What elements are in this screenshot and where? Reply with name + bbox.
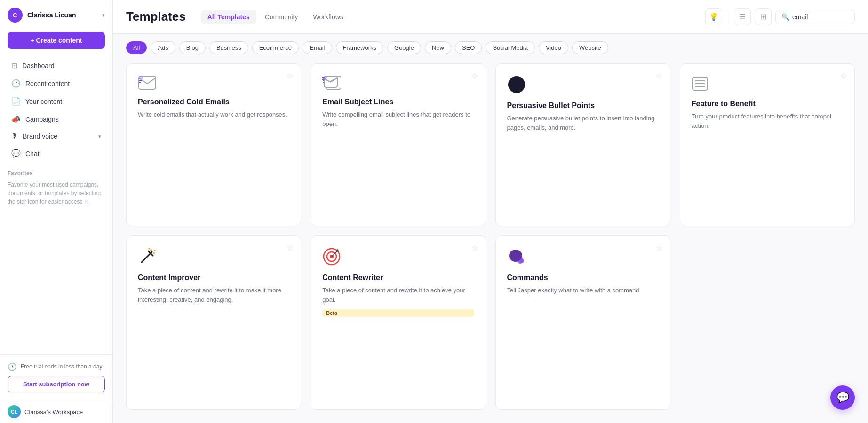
create-content-button[interactable]: + Create content (8, 32, 105, 49)
sidebar-item-dashboard[interactable]: ⊡ Dashboard (4, 57, 109, 74)
filter-social-media[interactable]: Social Media (486, 41, 534, 54)
star-icon[interactable]: ☆ (656, 243, 662, 252)
card-persuasive-bullet-points[interactable]: ☆ Persuasive Bullet Points Generate pers… (495, 63, 670, 226)
card-desc: Take a piece of content and rewrite it t… (138, 286, 289, 305)
your-content-label: Your content (25, 98, 62, 105)
subscribe-button[interactable]: Start subscription now (8, 376, 105, 392)
tab-workflows[interactable]: Workflows (306, 10, 350, 24)
workspace-avatar: CL (8, 405, 21, 418)
svg-point-11 (508, 76, 525, 93)
card-icon-wand (138, 247, 289, 266)
brand-voice-chevron-icon: ▾ (98, 133, 101, 140)
star-icon[interactable]: ☆ (287, 71, 293, 80)
search-icon: 🔍 (781, 13, 789, 21)
card-email-subject-lines[interactable]: ☆ Email Subject Lines Write compelling e… (311, 63, 486, 226)
filter-frameworks[interactable]: Frameworks (336, 41, 384, 54)
search-box[interactable]: 🔍 (775, 10, 855, 24)
dashboard-icon: ⊡ (11, 61, 17, 70)
filter-ads[interactable]: Ads (151, 41, 175, 54)
card-icon-target (322, 247, 474, 266)
card-title: Commands (507, 274, 659, 282)
filter-business[interactable]: Business (209, 41, 248, 54)
svg-point-21 (154, 250, 156, 251)
sidebar-item-brand-voice[interactable]: 🎙 Brand voice ▾ (4, 128, 109, 144)
user-avatar: C (8, 8, 23, 23)
document-icon: 📄 (11, 97, 21, 106)
chat-fab-icon: 💬 (836, 392, 849, 404)
card-icon-list (692, 75, 843, 92)
trial-clock-icon: 🕐 (8, 362, 17, 371)
favorites-hint: Favorite your most used campaigns, docum… (8, 180, 105, 206)
main-content: Templates All Templates Community Workfl… (113, 0, 868, 423)
grid-view-icon: ⊞ (760, 12, 766, 21)
filter-google[interactable]: Google (387, 41, 421, 54)
trial-info: 🕐 Free trial ends in less than a day (8, 362, 105, 371)
lightbulb-button[interactable]: 💡 (705, 8, 722, 25)
card-title: Feature to Benefit (692, 100, 843, 108)
star-icon[interactable]: ☆ (840, 71, 847, 80)
filter-video[interactable]: Video (539, 41, 568, 54)
dashboard-label: Dashboard (22, 62, 55, 70)
star-icon[interactable]: ☆ (471, 243, 478, 252)
sidebar-item-campaigns[interactable]: 📣 Campaigns (4, 110, 109, 128)
filter-seo[interactable]: SEO (455, 41, 482, 54)
svg-point-19 (153, 252, 155, 254)
cards-grid: ☆ Personalized Cold Emails Write cold em… (113, 60, 868, 423)
card-title: Email Subject Lines (322, 98, 474, 106)
card-desc: Turn your product features into benefits… (692, 112, 843, 131)
card-icon-chat (507, 247, 659, 266)
grid-view-button[interactable]: ⊞ (755, 8, 772, 25)
sidebar-item-your-content[interactable]: 📄 Your content (4, 93, 109, 110)
filter-new[interactable]: New (425, 41, 451, 54)
list-view-button[interactable]: ☰ (734, 8, 751, 25)
page-title: Templates (126, 9, 186, 24)
username-label: Clarissa Licuan (27, 11, 97, 19)
star-icon[interactable]: ☆ (656, 71, 662, 80)
chat-icon: 💬 (11, 149, 21, 158)
card-title: Content Rewriter (322, 274, 474, 282)
user-menu-trigger[interactable]: C Clarissa Licuan ▾ (0, 0, 112, 28)
card-desc: Take a piece of content and rewrite it t… (322, 286, 474, 305)
tab-community[interactable]: Community (258, 10, 305, 24)
list-view-icon: ☰ (739, 12, 746, 21)
card-title: Personalized Cold Emails (138, 98, 289, 106)
chat-fab-button[interactable]: 💬 (830, 385, 855, 410)
search-input[interactable] (792, 13, 849, 21)
filter-blog[interactable]: Blog (179, 41, 206, 54)
sidebar-footer: 🕐 Free trial ends in less than a day Sta… (0, 354, 112, 400)
svg-line-25 (334, 251, 337, 254)
svg-point-18 (150, 249, 152, 251)
trial-text: Free trial ends in less than a day (21, 363, 102, 371)
card-content-rewriter[interactable]: ☆ Content Rewriter Take a piece of conte… (311, 235, 486, 410)
sidebar-item-chat[interactable]: 💬 Chat (4, 145, 109, 162)
filter-ecommerce[interactable]: Ecommerce (252, 41, 299, 54)
filter-bar: All Ads Blog Business Ecommerce Email Fr… (113, 34, 868, 60)
svg-point-30 (520, 259, 524, 263)
star-icon[interactable]: ☆ (471, 71, 478, 80)
card-commands[interactable]: ☆ Commands Tell Jasper exactly what to w… (495, 235, 670, 410)
sidebar-item-recent-content[interactable]: 🕐 Recent content (4, 75, 109, 92)
chat-label: Chat (25, 150, 40, 157)
campaigns-label: Campaigns (25, 116, 59, 123)
tab-all-templates[interactable]: All Templates (201, 10, 256, 24)
brand-voice-label: Brand voice (23, 133, 57, 140)
favorites-title: Favorites (8, 170, 105, 177)
header-tabs: All Templates Community Workflows (201, 10, 705, 24)
star-icon[interactable]: ☆ (287, 243, 293, 252)
svg-point-20 (149, 248, 150, 249)
card-desc: Generate persuasive bullet points to ins… (507, 114, 659, 133)
card-feature-to-benefit[interactable]: ☆ Feature to Benefit Turn your product f… (680, 63, 855, 226)
card-icon-email (138, 75, 289, 90)
workspace-row[interactable]: CL Clarissa's Workspace (0, 400, 112, 423)
card-personalized-cold-emails[interactable]: ☆ Personalized Cold Emails Write cold em… (126, 63, 301, 226)
filter-website[interactable]: Website (572, 41, 608, 54)
card-icon-dot (507, 75, 659, 94)
card-icon-email-list (322, 75, 474, 90)
card-title: Content Improver (138, 274, 289, 282)
card-title: Persuasive Bullet Points (507, 102, 659, 110)
card-content-improver[interactable]: ☆ Content Improver Take a piece of conte… (126, 235, 301, 410)
filter-all[interactable]: All (126, 41, 147, 54)
clock-nav-icon: 🕐 (11, 79, 21, 88)
main-header: Templates All Templates Community Workfl… (113, 0, 868, 34)
filter-email[interactable]: Email (303, 41, 332, 54)
